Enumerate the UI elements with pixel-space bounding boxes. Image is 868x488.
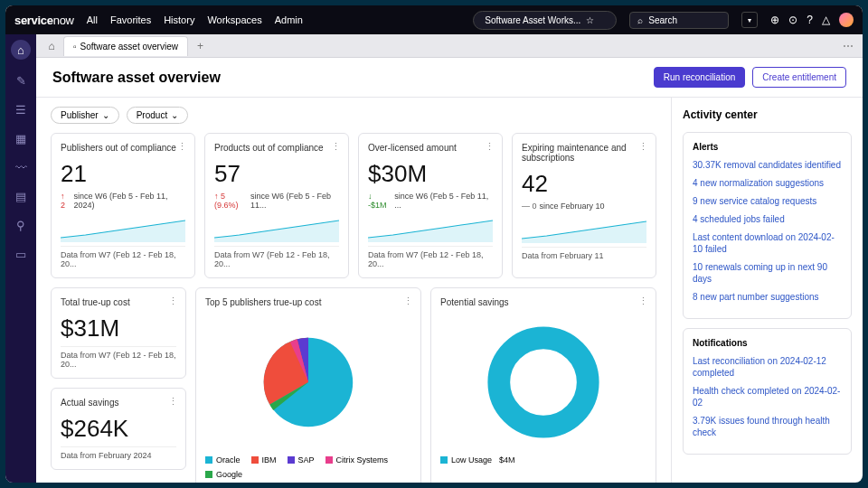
search-caret[interactable]: ▾ <box>741 12 758 28</box>
bell-icon[interactable]: △ <box>822 14 830 26</box>
tab-add[interactable]: + <box>190 40 211 52</box>
search-input[interactable]: ⌕Search <box>629 12 729 29</box>
rail-tool-icon[interactable]: ✎ <box>13 72 29 89</box>
sparkline <box>368 215 493 242</box>
card-title: Expiring maintenance and subscriptions <box>522 143 646 163</box>
run-reconciliation-button[interactable]: Run reconciliation <box>654 67 746 88</box>
create-entitlement-button[interactable]: Create entitlement <box>752 67 846 88</box>
tab-overview[interactable]: ▫Software asset overview <box>63 36 188 56</box>
kpi-value: $31M <box>61 314 176 343</box>
kpi-delta: ↑ 2 since W6 (Feb 5 - Feb 11, 2024) <box>61 192 185 210</box>
activity-center: Activity center Alerts 30.37K removal ca… <box>671 98 863 483</box>
kpi-delta: ↓ -$1M since W6 (Feb 5 - Feb 11, ... <box>368 192 493 210</box>
rail-search2-icon[interactable]: ⚲ <box>13 217 29 233</box>
rail-home-icon[interactable]: ⌂ <box>11 40 31 60</box>
top-nav: All Favorites History Workspaces Admin <box>87 14 303 25</box>
card-more-icon[interactable]: ⋮ <box>638 141 648 153</box>
left-rail: ⌂ ✎ ☰ ▦ 〰 ▤ ⚲ ▭ <box>5 34 36 483</box>
card-more-icon[interactable]: ⋮ <box>403 296 413 307</box>
notification-link[interactable]: Health check completed on 2024-02-02 <box>693 385 842 408</box>
notification-link[interactable]: Last reconciliation on 2024-02-12 comple… <box>693 355 842 379</box>
kpi-delta: — 0 since February 10 <box>522 202 646 211</box>
card-footer: Data from February 2024 <box>61 446 176 460</box>
card-title: Actual savings <box>61 398 176 408</box>
card-title: Over-licensed amount <box>368 143 493 153</box>
kpi-card-2: Over-licensed amount⋮$30M↓ -$1M since W6… <box>358 133 503 278</box>
tab-doc-icon: ▫ <box>73 42 77 52</box>
help-icon[interactable]: ? <box>807 14 813 26</box>
page-header: Software asset overview Run reconciliati… <box>36 58 863 98</box>
card-footer: Data from W7 (Feb 12 - Feb 18, 20... <box>61 346 176 369</box>
chevron-down-icon: ⌄ <box>102 110 109 120</box>
rail-pulse-icon[interactable]: 〰 <box>13 159 29 175</box>
tab-more-icon[interactable]: ⋯ <box>834 40 863 52</box>
kpi-card-1: Products out of compliance⋮57↑ 5 (9.6%) … <box>204 133 349 278</box>
card-more-icon[interactable]: ⋮ <box>168 296 178 307</box>
kpi-delta: ↑ 5 (9.6%) since W6 (Feb 5 - Feb 11... <box>214 192 339 210</box>
rail-grid-icon[interactable]: ▦ <box>13 130 29 146</box>
alert-link[interactable]: 10 renewals coming up in next 90 days <box>693 261 842 285</box>
tab-bar: ⌂ ▫Software asset overview + ⋯ <box>36 34 863 58</box>
kpi-card-3: Expiring maintenance and subscriptions⋮4… <box>512 133 656 278</box>
card-title: Total true-up cost <box>61 297 176 307</box>
notifications-panel: Notifications Last reconciliation on 202… <box>683 328 852 455</box>
notifications-heading: Notifications <box>693 338 842 348</box>
card-more-icon[interactable]: ⋮ <box>331 141 341 153</box>
card-footer: Data from W7 (Feb 12 - Feb 18, 20... <box>214 246 339 268</box>
nav-workspaces[interactable]: Workspaces <box>207 14 261 25</box>
card-more-icon[interactable]: ⋮ <box>168 396 178 408</box>
chat-icon[interactable]: ⊙ <box>788 14 797 26</box>
star-icon[interactable]: ☆ <box>586 15 594 25</box>
globe-icon[interactable]: ⊕ <box>770 14 779 26</box>
card-more-icon[interactable]: ⋮ <box>485 141 495 153</box>
card-title: Top 5 publishers true-up cost <box>205 297 411 307</box>
card-top5-pie: Top 5 publishers true-up cost ⋮ Oracle I… <box>195 287 421 483</box>
avatar[interactable] <box>839 13 854 27</box>
card-more-icon[interactable]: ⋮ <box>638 296 648 307</box>
kpi-card-0: Publishers out of compliance⋮21↑ 2 since… <box>51 133 195 278</box>
svg-marker-0 <box>61 221 185 242</box>
alert-link[interactable]: 8 new part number suggestions <box>693 291 842 303</box>
card-title: Publishers out of compliance <box>61 143 185 153</box>
card-footer: Data from W7 (Feb 12 - Feb 18, 20... <box>61 246 185 268</box>
card-title: Products out of compliance <box>214 143 339 153</box>
search-icon: ⌕ <box>637 15 643 25</box>
pie-legend: Oracle IBM SAP Citrix Systems Google <box>205 455 411 479</box>
workspace-pill[interactable]: Software Asset Works...☆ <box>473 11 617 30</box>
rail-calendar-icon[interactable]: ▤ <box>13 188 29 204</box>
sparkline <box>214 215 339 242</box>
kpi-value: 21 <box>61 160 185 188</box>
filter-product[interactable]: Product⌄ <box>127 107 188 124</box>
alert-link[interactable]: 4 new normalization suggestions <box>693 177 842 189</box>
kpi-value: $30M <box>368 160 493 188</box>
svg-marker-3 <box>522 221 646 243</box>
rail-box-icon[interactable]: ▭ <box>13 246 29 262</box>
alert-link[interactable]: 30.37K removal candidates identified <box>693 159 842 171</box>
topbar: servicenow All Favorites History Workspa… <box>5 5 863 34</box>
card-more-icon[interactable]: ⋮ <box>177 141 187 153</box>
nav-favorites[interactable]: Favorites <box>110 14 151 25</box>
stack-card-0: Total true-up cost⋮$31MData from W7 (Feb… <box>51 287 186 379</box>
card-title: Potential savings <box>440 297 646 307</box>
nav-all[interactable]: All <box>87 14 98 25</box>
nav-history[interactable]: History <box>164 14 194 25</box>
notification-link[interactable]: 3.79K issues found through health check <box>693 415 842 438</box>
kpi-value: $264K <box>61 415 176 443</box>
card-donut: Potential savings ⋮ Low Usage$4M <box>430 287 656 483</box>
page-title: Software asset overview <box>52 70 221 86</box>
logo: servicenow <box>14 14 74 27</box>
alert-link[interactable]: 4 scheduled jobs failed <box>693 213 842 225</box>
nav-admin[interactable]: Admin <box>275 14 303 25</box>
stack-card-1: Actual savings⋮$264KData from February 2… <box>51 388 186 470</box>
rail-list-icon[interactable]: ☰ <box>13 101 29 117</box>
donut-chart <box>485 324 602 441</box>
alert-link[interactable]: 9 new service catalog requests <box>693 195 842 207</box>
tab-home-icon[interactable]: ⌂ <box>42 36 61 56</box>
alerts-heading: Alerts <box>693 142 842 152</box>
card-footer: Data from W7 (Feb 12 - Feb 18, 20... <box>368 246 493 268</box>
alerts-panel: Alerts 30.37K removal candidates identif… <box>683 132 852 319</box>
filter-publisher[interactable]: Publisher⌄ <box>51 107 119 124</box>
kpi-value: 57 <box>214 160 339 188</box>
alert-link[interactable]: Last content download on 2024-02-10 fail… <box>693 231 842 255</box>
card-footer: Data from February 11 <box>522 247 646 260</box>
